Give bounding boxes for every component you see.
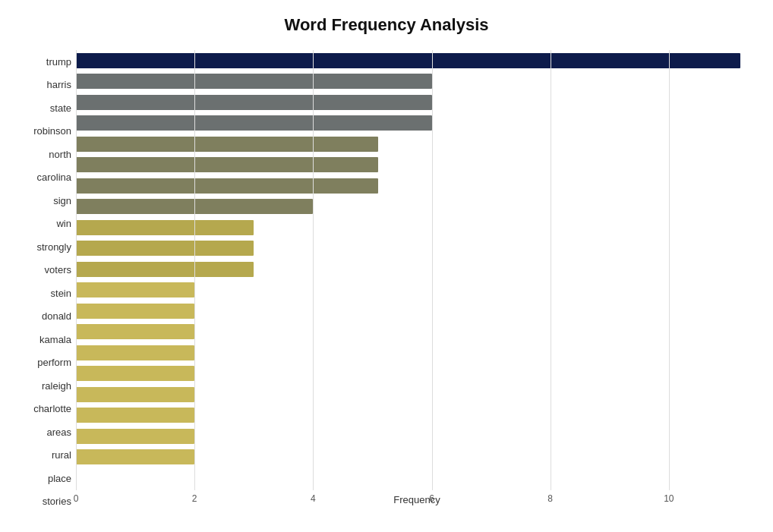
- bar: [76, 282, 194, 297]
- bar-row: [76, 427, 758, 445]
- y-label: trump: [15, 52, 71, 71]
- y-axis: trumpharrisstaterobinsonnorthcarolinasig…: [15, 50, 76, 513]
- bar-row: [76, 156, 758, 174]
- y-label: charlotte: [15, 399, 71, 419]
- bar-row: [76, 219, 758, 237]
- bar: [76, 449, 194, 464]
- bar-row: [76, 406, 758, 424]
- bar: [76, 199, 313, 214]
- y-label: place: [15, 468, 71, 488]
- y-label: stories: [15, 492, 71, 512]
- y-label: stein: [15, 283, 71, 303]
- y-label: kamala: [15, 329, 71, 349]
- chart-title: Word Frequency Analysis: [15, 15, 758, 35]
- y-label: harris: [15, 75, 71, 95]
- y-label: strongly: [15, 237, 71, 257]
- y-label: state: [15, 98, 71, 118]
- bar-row: [76, 239, 758, 257]
- bar-row: [76, 52, 758, 70]
- bar: [76, 137, 378, 152]
- bar: [76, 366, 194, 381]
- bars-wrapper: [76, 50, 758, 490]
- bar-row: [76, 177, 758, 195]
- y-label: rural: [15, 445, 71, 465]
- y-label: raleigh: [15, 376, 71, 395]
- x-tick: 2: [187, 493, 202, 504]
- bar-row: [76, 323, 758, 341]
- y-label: north: [15, 144, 71, 164]
- x-tick: 10: [661, 493, 677, 504]
- bar-row: [76, 448, 758, 466]
- bar: [76, 304, 194, 319]
- bar: [76, 429, 194, 444]
- y-label: perform: [15, 353, 71, 373]
- bar-row: [76, 72, 758, 90]
- y-label: win: [15, 214, 71, 234]
- bar: [76, 157, 378, 172]
- bar: [76, 74, 432, 89]
- y-label: donald: [15, 307, 71, 326]
- x-tick: 0: [68, 493, 84, 504]
- bar-row: [76, 197, 758, 216]
- x-tick: 4: [305, 493, 320, 504]
- bar: [76, 262, 254, 277]
- y-label: areas: [15, 422, 71, 442]
- y-label: sign: [15, 190, 71, 210]
- bar-row: [76, 93, 758, 112]
- bar: [76, 95, 432, 110]
- bar-row: [76, 302, 758, 320]
- y-label: robinson: [15, 121, 71, 141]
- bar: [76, 387, 194, 402]
- bar-row: [76, 260, 758, 279]
- bar-row: [76, 114, 758, 132]
- y-label: carolina: [15, 168, 71, 187]
- bar: [76, 220, 254, 235]
- bars-and-grid: 0246810 Frequency: [76, 50, 758, 513]
- bar-row: [76, 135, 758, 153]
- bar: [76, 115, 432, 131]
- bar-row: [76, 386, 758, 404]
- chart-area: trumpharrisstaterobinsonnorthcarolinasig…: [15, 50, 758, 513]
- bar: [76, 53, 740, 68]
- bar-row: [76, 281, 758, 299]
- bar: [76, 178, 378, 194]
- x-tick: 8: [543, 493, 558, 504]
- bar: [76, 241, 254, 256]
- bar: [76, 345, 194, 360]
- y-label: voters: [15, 260, 71, 280]
- chart-container: Word Frequency Analysis trumpharrisstate…: [0, 0, 773, 532]
- bar-row: [76, 344, 758, 362]
- bar-row: [76, 364, 758, 382]
- bar: [76, 408, 194, 423]
- bar: [76, 324, 194, 339]
- x-axis-label: Frequency: [393, 494, 440, 505]
